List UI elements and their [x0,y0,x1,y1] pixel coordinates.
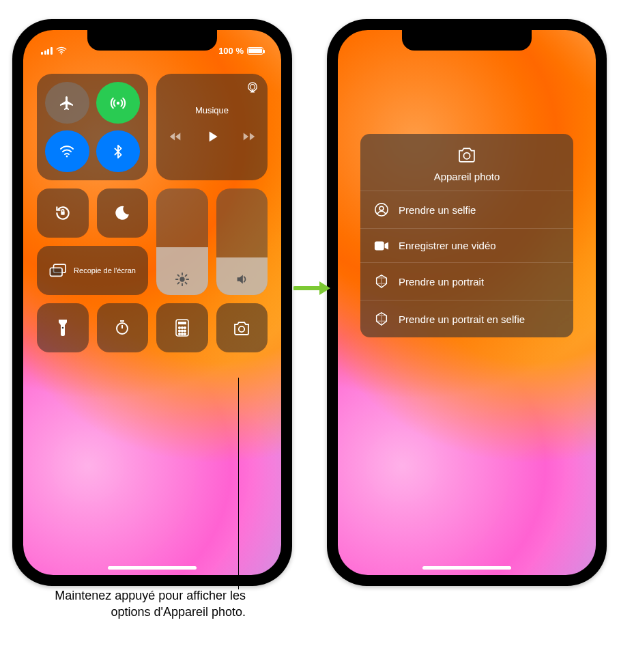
svg-rect-36 [375,241,384,250]
svg-rect-22 [178,322,186,324]
notch [402,30,532,51]
svg-point-4 [250,85,255,89]
popup-title: Appareil photo [434,171,500,182]
action-record-video[interactable]: Enregistrer une vidéo [360,228,573,262]
action-label: Enregistrer une vidéo [399,240,496,251]
rotation-lock-button[interactable] [37,188,89,238]
do-not-disturb-button[interactable] [97,188,149,238]
svg-point-25 [184,327,186,329]
screen-left: 100 % [23,30,281,575]
home-indicator[interactable] [108,566,197,570]
airplane-mode-toggle[interactable] [45,82,89,124]
camera-icon [457,146,477,165]
next-track-button[interactable] [242,129,257,144]
music-label: Musique [195,105,229,115]
svg-point-26 [178,330,180,332]
volume-icon [234,272,249,287]
volume-slider[interactable] [216,188,268,295]
svg-point-31 [184,333,186,335]
svg-line-14 [185,275,186,276]
screen-mirroring-button[interactable]: Recopie de l'écran [37,246,148,295]
flashlight-button[interactable] [37,303,89,352]
svg-point-23 [178,327,180,329]
cellular-signal-icon [41,47,53,55]
action-take-portrait[interactable]: Prendre un portrait [360,262,573,300]
svg-point-24 [181,327,183,329]
play-button[interactable] [203,128,221,145]
screen-mirroring-label: Recopie de l'écran [74,266,136,275]
wifi-icon [56,46,67,55]
svg-line-12 [185,283,186,284]
previous-track-button[interactable] [168,129,183,144]
connectivity-group[interactable] [37,74,148,180]
svg-point-29 [178,333,180,335]
action-take-selfie[interactable]: Prendre un selfie [360,191,573,228]
popup-header: Appareil photo [360,134,573,191]
action-label: Prendre un portrait [399,276,484,288]
svg-point-17 [61,327,63,329]
cellular-data-toggle[interactable] [96,82,141,124]
control-center: Musique [37,74,268,352]
selfie-icon [374,202,389,217]
callout-leader [238,378,239,589]
action-take-portrait-selfie[interactable]: Prendre un portrait en selfie [360,300,573,337]
brightness-icon [175,272,190,287]
camera-button[interactable] [216,303,268,352]
battery-text: 100 % [218,46,244,56]
portrait-icon [374,274,389,289]
music-tile[interactable]: Musique [156,74,268,180]
video-icon [374,240,389,251]
timer-button[interactable] [97,303,149,352]
bluetooth-toggle[interactable] [96,130,141,172]
portrait-icon [374,311,389,326]
svg-point-27 [181,330,183,332]
svg-line-11 [177,275,179,276]
action-label: Prendre un selfie [399,204,476,216]
phone-left: 100 % [12,19,292,586]
svg-point-34 [375,204,388,216]
battery-icon [247,47,263,55]
phone-right: Appareil photo Prendre un selfie Enregis… [327,19,607,586]
camera-quick-actions-popup: Appareil photo Prendre un selfie Enregis… [360,134,573,337]
svg-point-30 [181,333,183,335]
svg-line-13 [177,283,179,284]
svg-rect-16 [51,268,63,276]
svg-point-28 [184,330,186,332]
callout-text: Maintenez appuyé pour afficher les optio… [14,587,246,621]
svg-point-0 [61,53,62,55]
home-indicator[interactable] [422,566,511,570]
svg-point-33 [463,153,470,159]
screen-mirroring-icon [49,263,67,278]
svg-point-6 [179,277,184,281]
notch [87,30,217,51]
transition-arrow-icon [293,279,332,297]
screen-right: Appareil photo Prendre un selfie Enregis… [338,30,596,575]
svg-point-32 [239,326,244,332]
airplay-icon[interactable] [246,81,259,94]
brightness-slider[interactable] [156,188,208,295]
wifi-toggle[interactable] [45,130,89,172]
svg-point-35 [379,206,384,210]
svg-point-2 [66,155,68,157]
svg-point-1 [117,101,119,104]
calculator-button[interactable] [156,303,208,352]
action-label: Prendre un portrait en selfie [399,313,525,325]
brightness-fill [156,247,208,295]
